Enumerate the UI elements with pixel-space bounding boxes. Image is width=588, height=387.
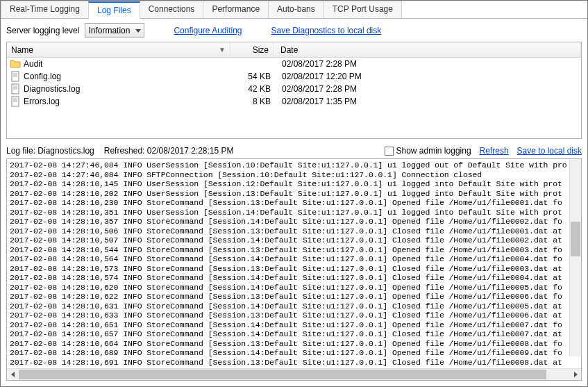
show-admin-logging-label: Show admin logging: [396, 146, 471, 156]
scroll-left-arrow-icon[interactable]: [7, 369, 19, 381]
file-size: 54 KB: [232, 72, 275, 81]
chevron-down-icon: [135, 26, 141, 35]
sort-indicator-icon: ▼: [219, 46, 226, 53]
logging-level-label: Server logging level: [6, 26, 79, 35]
tab-strip: Real-Time Logging Log Files Connections …: [1, 1, 587, 19]
tab-auto-bans[interactable]: Auto-bans: [268, 1, 324, 18]
file-list-rows: Audit 02/08/2017 2:28 PM Config.log 54 K…: [7, 58, 581, 138]
column-header-name-text: Name: [11, 45, 33, 55]
log-content[interactable]: 2017-02-08 14:27:46,084 INFO UserSession…: [7, 159, 581, 368]
tab-connections[interactable]: Connections: [140, 1, 204, 18]
file-name: Config.log: [24, 72, 61, 81]
file-size: 42 KB: [232, 84, 275, 94]
refresh-link[interactable]: Refresh: [480, 146, 509, 156]
toolbar: Server logging level Information Configu…: [1, 19, 587, 42]
tab-real-time-logging[interactable]: Real-Time Logging: [1, 1, 89, 18]
file-name: Audit: [24, 59, 42, 69]
file-list: Name ▼ Size Date Audit 02/08/2017 2:28 P…: [6, 42, 582, 139]
vertical-scrollbar[interactable]: [569, 159, 581, 356]
log-viewer: 2017-02-08 14:27:46,084 INFO UserSession…: [6, 158, 582, 381]
file-date: 02/08/2017 1:35 PM: [275, 97, 580, 106]
file-icon: [10, 96, 21, 107]
file-row[interactable]: Errors.log 8 KB 02/08/2017 1:35 PM: [7, 95, 581, 108]
column-header-date[interactable]: Date: [274, 42, 581, 57]
checkbox-icon: [385, 147, 394, 156]
tab-tcp-port-usage[interactable]: TCP Port Usage: [324, 1, 402, 18]
file-date: 02/08/2017 2:28 PM: [275, 84, 580, 94]
show-admin-logging-toggle[interactable]: Show admin logging: [385, 146, 471, 156]
log-text: 2017-02-08 14:27:46,084 INFO UserSession…: [10, 160, 578, 368]
file-icon: [10, 71, 21, 82]
folder-icon: [10, 58, 21, 69]
save-to-local-disk-link[interactable]: Save to local disk: [517, 146, 582, 156]
logging-level-value: Information: [88, 26, 130, 35]
file-icon: [10, 83, 21, 94]
scrollbar-track[interactable]: [19, 369, 569, 380]
file-list-header: Name ▼ Size Date: [7, 42, 581, 58]
file-row[interactable]: Config.log 54 KB 02/08/2017 12:20 PM: [7, 70, 581, 83]
column-header-size[interactable]: Size: [230, 42, 274, 57]
file-row[interactable]: Diagnostics.log 42 KB 02/08/2017 2:28 PM: [7, 83, 581, 95]
horizontal-scrollbar[interactable]: [7, 368, 581, 380]
scrollbar-thumb[interactable]: [571, 222, 580, 256]
save-diagnostics-link[interactable]: Save Diagnostics to local disk: [271, 26, 382, 35]
file-name: Errors.log: [24, 97, 60, 106]
scrollbar-thumb[interactable]: [19, 370, 546, 379]
file-date: 02/08/2017 2:28 PM: [275, 59, 580, 69]
file-name: Diagnostics.log: [24, 84, 80, 94]
configure-auditing-link[interactable]: Configure Auditing: [174, 26, 242, 35]
column-header-name[interactable]: Name ▼: [7, 42, 230, 57]
current-log-file-label: Log file: Diagnostics.log: [6, 146, 94, 156]
refreshed-label: Refreshed: 02/08/2017 2:28:15 PM: [104, 146, 234, 156]
scroll-right-arrow-icon[interactable]: [569, 369, 581, 381]
log-files-panel: Real-Time Logging Log Files Connections …: [0, 0, 588, 387]
logging-level-select[interactable]: Information: [85, 23, 144, 38]
tab-log-files[interactable]: Log Files: [88, 1, 140, 19]
file-date: 02/08/2017 12:20 PM: [275, 72, 580, 81]
tab-performance[interactable]: Performance: [203, 1, 269, 18]
status-row: Log file: Diagnostics.log Refreshed: 02/…: [1, 145, 587, 158]
file-row[interactable]: Audit 02/08/2017 2:28 PM: [7, 58, 581, 70]
file-size: 8 KB: [232, 97, 275, 106]
